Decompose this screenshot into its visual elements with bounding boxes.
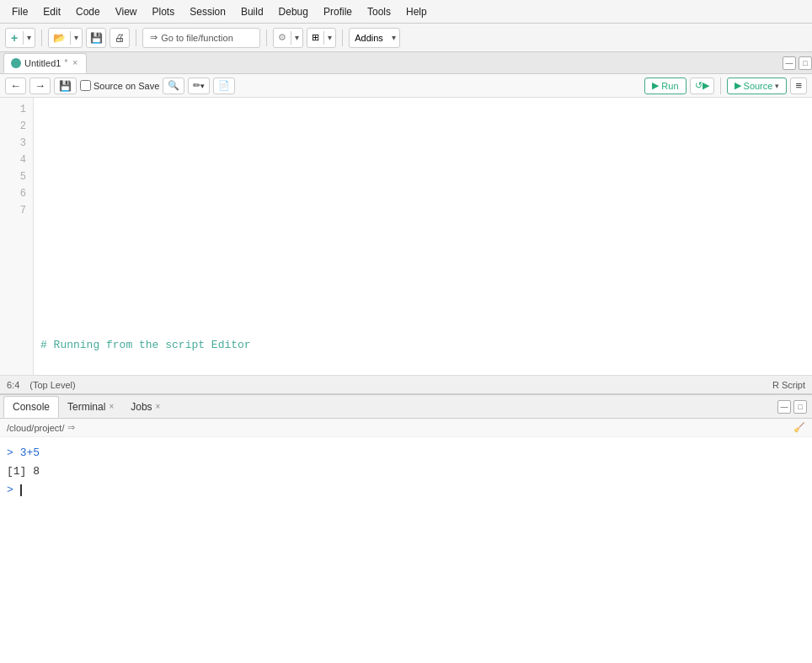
editor-tab-bar: Untitled1 * × — □ xyxy=(0,52,812,74)
menu-profile[interactable]: Profile xyxy=(317,3,359,20)
console-path-bar: /cloud/project/ ⇒ 🧹 xyxy=(0,419,812,437)
open-file-btn[interactable]: 📂 ▾ xyxy=(48,28,83,48)
grid-icon: ⊞ xyxy=(307,32,323,43)
re-run-btn[interactable]: ↺▶ xyxy=(690,78,714,94)
menu-session[interactable]: Session xyxy=(183,3,232,20)
jobs-tab[interactable]: Jobs × xyxy=(122,396,168,418)
code-tools-dropdown[interactable]: ▾ xyxy=(291,33,302,42)
console-current-line: > xyxy=(7,481,805,500)
open-dropdown-icon[interactable]: ▾ xyxy=(71,33,82,42)
grid-dropdown[interactable]: ▾ xyxy=(324,33,335,42)
save-btn[interactable]: 💾 xyxy=(86,28,106,48)
tab-close-btn[interactable]: × xyxy=(72,58,77,67)
maximize-console-btn[interactable]: □ xyxy=(793,400,807,414)
cursor-position: 6:4 xyxy=(7,380,19,390)
editor-save-btn[interactable]: 💾 xyxy=(54,78,77,94)
console-path-text: /cloud/project/ xyxy=(7,423,64,433)
spell-icon: ✏ xyxy=(193,80,200,91)
jobs-close-icon[interactable]: × xyxy=(156,402,161,411)
run-arrow-icon: ▶ xyxy=(652,80,659,91)
minimize-editor-btn[interactable]: — xyxy=(783,56,796,70)
minimize-console-btn[interactable]: — xyxy=(777,400,791,414)
console-prompt-current: > xyxy=(7,484,13,496)
menu-edit[interactable]: Edit xyxy=(36,3,67,20)
line-num-6: 6 xyxy=(0,185,33,202)
addins-label: Addins xyxy=(350,33,388,43)
editor-options-btn[interactable]: ≡ xyxy=(790,78,807,94)
line-numbers: 1 2 3 4 5 6 7 xyxy=(0,98,34,375)
search-btn[interactable]: 🔍 xyxy=(163,78,184,94)
source-on-save-checkbox[interactable] xyxy=(80,80,91,91)
code-line-1 xyxy=(40,135,805,152)
menu-help[interactable]: Help xyxy=(399,3,434,20)
code-line-5: # Running from the script Editor xyxy=(40,337,805,354)
scope-indicator[interactable]: (Top Level) xyxy=(29,380,75,390)
menu-plots[interactable]: Plots xyxy=(146,3,182,20)
menu-build[interactable]: Build xyxy=(234,3,270,20)
code-tools-icon: ⚙ xyxy=(274,32,291,43)
code-content-area[interactable]: # Running from the script Editor 3+5 xyxy=(34,98,812,375)
console-path-icon[interactable]: ⇒ xyxy=(67,422,75,433)
line-num-1: 1 xyxy=(0,101,33,118)
line-num-4: 4 xyxy=(0,152,33,168)
sep3 xyxy=(266,29,267,46)
console-panel-controls: — □ xyxy=(777,400,812,414)
editor-toolbar-right: ▶ Run ↺▶ ▶ Source ▾ ≡ xyxy=(644,78,807,94)
menu-tools[interactable]: Tools xyxy=(361,3,398,20)
code-tools-btn[interactable]: ⚙ ▾ xyxy=(273,28,303,48)
tab-file-icon xyxy=(11,58,21,68)
run-btn[interactable]: ▶ Run xyxy=(644,78,686,94)
new-file-dropdown-icon[interactable]: ▾ xyxy=(24,33,35,42)
maximize-editor-btn[interactable]: □ xyxy=(799,56,812,70)
new-file-btn[interactable]: + ▾ xyxy=(5,28,35,48)
code-line-3 xyxy=(40,236,805,253)
addins-btn[interactable]: Addins ▾ xyxy=(349,28,400,48)
go-to-file-icon: ⇒ xyxy=(150,32,158,43)
spell-check-btn[interactable]: ✏ ▾ xyxy=(188,78,210,94)
menu-code[interactable]: Code xyxy=(69,3,107,20)
source-btn[interactable]: ▶ Source ▾ xyxy=(727,78,788,94)
back-btn[interactable]: ← xyxy=(5,78,26,94)
forward-btn[interactable]: → xyxy=(29,78,51,94)
spell-dropdown[interactable]: ▾ xyxy=(200,82,205,90)
console-clear-btn[interactable]: 🧹 xyxy=(793,422,805,433)
console-output-area[interactable]: > 3+5 [1] 8 > xyxy=(0,437,812,663)
language-indicator[interactable]: R Script xyxy=(772,380,805,390)
menu-debug[interactable]: Debug xyxy=(272,3,315,20)
line-num-2: 2 xyxy=(0,118,33,135)
source-on-save-label: Source on Save xyxy=(80,80,159,91)
console-tab[interactable]: Console xyxy=(3,396,59,418)
go-to-file-btn[interactable]: ⇒ Go to file/function xyxy=(142,28,260,48)
menubar: File Edit Code View Plots Session Build … xyxy=(0,0,812,24)
source-dropdown[interactable]: ▾ xyxy=(775,82,779,90)
new-file-icon: + xyxy=(6,31,23,45)
terminal-tab[interactable]: Terminal × xyxy=(59,396,122,418)
addins-dropdown-icon[interactable]: ▾ xyxy=(388,33,399,42)
grid-btn[interactable]: ⊞ ▾ xyxy=(307,28,336,48)
compile-icon: 📄 xyxy=(218,80,230,91)
console-cursor xyxy=(20,484,22,496)
menu-view[interactable]: View xyxy=(109,3,144,20)
console-output-1: [1] 8 xyxy=(7,465,40,478)
sep5 xyxy=(720,78,721,94)
print-icon: 🖨 xyxy=(115,32,125,44)
print-btn[interactable]: 🖨 xyxy=(110,28,130,48)
status-bar: 6:4 (Top Level) R Script xyxy=(0,375,812,393)
editor-tab-untitled1[interactable]: Untitled1 * × xyxy=(3,53,87,73)
tab-modified-indicator: * xyxy=(64,58,67,67)
terminal-close-icon[interactable]: × xyxy=(109,402,114,411)
tab-title: Untitled1 xyxy=(24,58,61,68)
code-line-4 xyxy=(40,286,805,303)
sep4 xyxy=(342,29,343,46)
editor-window-controls: — □ xyxy=(783,56,812,70)
console-input-1: 3+5 xyxy=(20,446,40,459)
console-history-item-2: [1] 8 xyxy=(7,462,805,481)
console-tab-label: Console xyxy=(13,401,50,413)
main-toolbar: + ▾ 📂 ▾ 💾 🖨 ⇒ Go to file/function ⚙ ▾ ⊞ … xyxy=(0,24,812,52)
console-history-item-1: > 3+5 xyxy=(7,444,805,462)
compile-btn[interactable]: 📄 xyxy=(213,78,235,94)
menu-file[interactable]: File xyxy=(5,3,35,20)
console-prompt-1: > xyxy=(7,446,13,459)
run-label: Run xyxy=(661,81,678,91)
line-num-3: 3 xyxy=(0,135,33,152)
